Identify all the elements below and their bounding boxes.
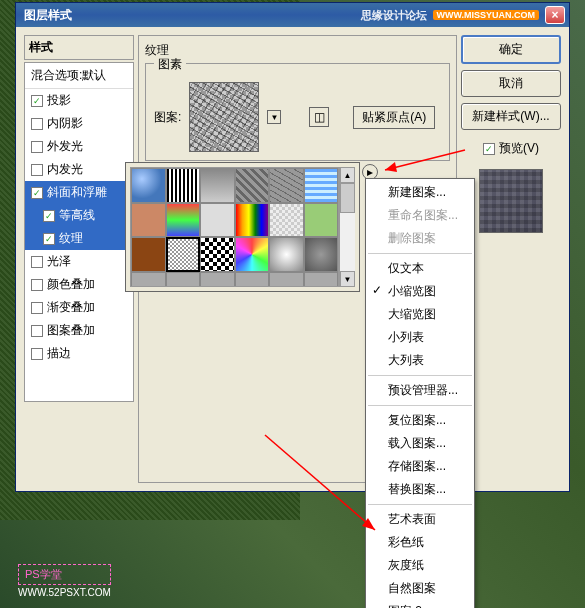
menu-item[interactable]: 大缩览图 [366, 303, 474, 326]
pattern-thumb[interactable] [200, 203, 235, 238]
style-label: 斜面和浮雕 [47, 184, 107, 201]
preview-label: 预览(V) [499, 140, 539, 157]
style-item[interactable]: 颜色叠加 [25, 273, 133, 296]
pattern-thumb[interactable] [131, 272, 166, 288]
blend-options[interactable]: 混合选项:默认 [25, 63, 133, 89]
dialog-title: 图层样式 [20, 7, 361, 24]
menu-item[interactable]: 新建图案... [366, 181, 474, 204]
menu-item[interactable]: 仅文本 [366, 257, 474, 280]
pattern-thumb[interactable] [166, 272, 201, 288]
style-item[interactable]: 光泽 [25, 250, 133, 273]
style-label: 描边 [47, 345, 71, 362]
menu-item[interactable]: 灰度纸 [366, 554, 474, 577]
new-style-button[interactable]: 新建样式(W)... [461, 103, 561, 130]
ok-button[interactable]: 确定 [461, 35, 561, 64]
pattern-thumb[interactable] [131, 237, 166, 272]
style-checkbox[interactable] [31, 279, 43, 291]
style-item[interactable]: 斜面和浮雕 [25, 181, 133, 204]
pattern-thumb[interactable] [200, 237, 235, 272]
pattern-thumb[interactable] [304, 203, 339, 238]
pattern-thumb[interactable] [304, 272, 339, 288]
pattern-thumb[interactable] [131, 168, 166, 203]
pattern-thumb[interactable] [304, 237, 339, 272]
style-checkbox[interactable] [31, 141, 43, 153]
pattern-thumb[interactable] [235, 168, 270, 203]
pattern-context-menu: 新建图案...重命名图案...删除图案仅文本小缩览图大缩览图小列表大列表预设管理… [365, 178, 475, 608]
close-button[interactable]: × [545, 6, 565, 24]
snap-origin-button[interactable]: 贴紧原点(A) [353, 106, 435, 129]
menu-item[interactable]: 替换图案... [366, 478, 474, 501]
pattern-thumb[interactable] [269, 237, 304, 272]
style-checkbox[interactable] [31, 164, 43, 176]
style-checkbox[interactable] [31, 187, 43, 199]
menu-item[interactable]: 小列表 [366, 326, 474, 349]
pattern-grid [130, 167, 339, 287]
style-label: 等高线 [59, 207, 95, 224]
scroll-thumb[interactable] [340, 183, 355, 213]
pattern-thumb[interactable] [131, 203, 166, 238]
scroll-down-button[interactable]: ▼ [340, 271, 355, 287]
style-checkbox[interactable] [31, 302, 43, 314]
pattern-dropdown-button[interactable]: ▼ [267, 110, 281, 124]
style-item[interactable]: 内发光 [25, 158, 133, 181]
menu-item[interactable]: 预设管理器... [366, 379, 474, 402]
menu-item[interactable]: 大列表 [366, 349, 474, 372]
style-checkbox[interactable] [31, 256, 43, 268]
style-item[interactable]: 描边 [25, 342, 133, 365]
style-label: 内阴影 [47, 115, 83, 132]
menu-item[interactable]: 复位图案... [366, 409, 474, 432]
style-checkbox[interactable] [43, 210, 55, 222]
menu-item[interactable]: 艺术表面 [366, 508, 474, 531]
scroll-track[interactable] [340, 183, 355, 271]
style-checkbox[interactable] [43, 233, 55, 245]
pattern-thumb[interactable] [269, 203, 304, 238]
menu-item: 删除图案 [366, 227, 474, 250]
watermark-url: WWW.MISSYUAN.COM [433, 10, 540, 20]
pattern-thumb[interactable] [235, 203, 270, 238]
style-item[interactable]: 纹理 [25, 227, 133, 250]
fieldset-legend: 图素 [154, 56, 186, 73]
actions-panel: 确定 取消 新建样式(W)... 预览(V) [461, 35, 561, 483]
pattern-thumb[interactable] [166, 237, 201, 272]
new-preset-button[interactable]: ◫ [309, 107, 329, 127]
styles-panel: 样式 混合选项:默认 投影内阴影外发光内发光斜面和浮雕等高线纹理光泽颜色叠加渐变… [24, 35, 134, 483]
cancel-button[interactable]: 取消 [461, 70, 561, 97]
style-checkbox[interactable] [31, 95, 43, 107]
pattern-thumb[interactable] [200, 168, 235, 203]
section-label: 纹理 [145, 42, 450, 59]
preview-checkbox[interactable] [483, 143, 495, 155]
pattern-thumb[interactable] [235, 237, 270, 272]
style-label: 渐变叠加 [47, 299, 95, 316]
scrollbar[interactable]: ▲ ▼ [339, 167, 355, 287]
pattern-swatch[interactable] [189, 82, 259, 152]
scroll-up-button[interactable]: ▲ [340, 167, 355, 183]
menu-separator [368, 375, 472, 376]
style-item[interactable]: 外发光 [25, 135, 133, 158]
menu-item[interactable]: 小缩览图 [366, 280, 474, 303]
style-item[interactable]: 投影 [25, 89, 133, 112]
titlebar[interactable]: 图层样式 思缘设计论坛 WWW.MISSYUAN.COM × [16, 3, 569, 27]
pattern-thumb[interactable] [235, 272, 270, 288]
pattern-thumb[interactable] [304, 168, 339, 203]
pattern-thumb[interactable] [200, 272, 235, 288]
styles-list: 混合选项:默认 投影内阴影外发光内发光斜面和浮雕等高线纹理光泽颜色叠加渐变叠加图… [24, 62, 134, 402]
pattern-thumb[interactable] [269, 168, 304, 203]
menu-item[interactable]: 载入图案... [366, 432, 474, 455]
style-label: 纹理 [59, 230, 83, 247]
menu-item[interactable]: 自然图案 [366, 577, 474, 600]
pattern-thumb[interactable] [269, 272, 304, 288]
menu-item[interactable]: 存储图案... [366, 455, 474, 478]
menu-item[interactable]: 图案 2 [366, 600, 474, 608]
style-item[interactable]: 图案叠加 [25, 319, 133, 342]
style-checkbox[interactable] [31, 118, 43, 130]
style-item[interactable]: 等高线 [25, 204, 133, 227]
menu-item[interactable]: 彩色纸 [366, 531, 474, 554]
style-item[interactable]: 内阴影 [25, 112, 133, 135]
footer-badge: PS学堂 [18, 564, 111, 585]
style-checkbox[interactable] [31, 348, 43, 360]
style-checkbox[interactable] [31, 325, 43, 337]
style-item[interactable]: 渐变叠加 [25, 296, 133, 319]
pattern-thumb[interactable] [166, 168, 201, 203]
pattern-thumb[interactable] [166, 203, 201, 238]
style-label: 光泽 [47, 253, 71, 270]
